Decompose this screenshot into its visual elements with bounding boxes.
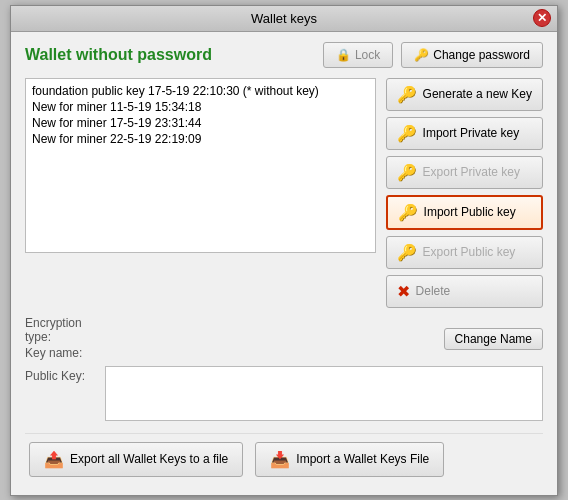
right-buttons: 🔑 Generate a new Key 🔑 Import Private ke… xyxy=(386,78,543,308)
details-area: Encryption type: Key name: Change Name P… xyxy=(25,316,543,421)
change-password-button[interactable]: 🔑 Change password xyxy=(401,42,543,68)
export-public-key-button[interactable]: 🔑 Export Public key xyxy=(386,236,543,269)
wallet-keys-window: Wallet keys ✕ Wallet without password 🔒 … xyxy=(10,5,558,496)
list-item[interactable]: New for miner 17-5-19 23:31:44 xyxy=(30,115,371,131)
password-icon: 🔑 xyxy=(414,48,429,62)
delete-button[interactable]: ✖ Delete xyxy=(386,275,543,308)
change-name-button[interactable]: Change Name xyxy=(444,328,543,350)
export-wallet-icon: 📤 xyxy=(44,450,64,469)
list-item[interactable]: New for miner 22-5-19 22:19:09 xyxy=(30,131,371,147)
import-file-button[interactable]: 📥 Import a Wallet Keys File xyxy=(255,442,444,477)
import-wallet-icon: 📥 xyxy=(270,450,290,469)
details-labels: Encryption type: Key name: xyxy=(25,316,105,362)
export-private-key-button[interactable]: 🔑 Export Private key xyxy=(386,156,543,189)
import-private-icon: 🔑 xyxy=(397,124,417,143)
public-key-label: Public Key: xyxy=(25,366,105,421)
window-title: Wallet keys xyxy=(251,11,317,26)
top-buttons: 🔒 Lock 🔑 Change password xyxy=(323,42,543,68)
import-private-key-button[interactable]: 🔑 Import Private key xyxy=(386,117,543,150)
bottom-buttons: 📤 Export all Wallet Keys to a file 📥 Imp… xyxy=(25,433,543,485)
lock-icon: 🔒 xyxy=(336,48,351,62)
encryption-label: Encryption type: xyxy=(25,316,105,344)
main-area: foundation public key 17-5-19 22:10:30 (… xyxy=(25,78,543,308)
generate-key-button[interactable]: 🔑 Generate a new Key xyxy=(386,78,543,111)
export-public-icon: 🔑 xyxy=(397,243,417,262)
content-area: Wallet without password 🔒 Lock 🔑 Change … xyxy=(11,32,557,495)
wallet-title: Wallet without password xyxy=(25,46,212,64)
public-key-area: Public Key: xyxy=(25,366,543,421)
details-row-container: Encryption type: Key name: Change Name xyxy=(25,316,543,362)
list-item[interactable]: New for miner 11-5-19 15:34:18 xyxy=(30,99,371,115)
export-private-icon: 🔑 xyxy=(397,163,417,182)
title-bar: Wallet keys ✕ xyxy=(11,6,557,32)
import-public-icon: 🔑 xyxy=(398,203,418,222)
key-name-row: Key name: xyxy=(25,346,105,360)
import-public-key-button[interactable]: 🔑 Import Public key xyxy=(386,195,543,230)
key-list[interactable]: foundation public key 17-5-19 22:10:30 (… xyxy=(25,78,376,253)
close-button[interactable]: ✕ xyxy=(533,9,551,27)
list-item[interactable]: foundation public key 17-5-19 22:10:30 (… xyxy=(30,83,371,99)
key-list-panel: foundation public key 17-5-19 22:10:30 (… xyxy=(25,78,376,308)
generate-icon: 🔑 xyxy=(397,85,417,104)
lock-button[interactable]: 🔒 Lock xyxy=(323,42,393,68)
delete-icon: ✖ xyxy=(397,282,410,301)
encryption-row: Encryption type: xyxy=(25,316,105,344)
key-name-label: Key name: xyxy=(25,346,105,360)
export-all-button[interactable]: 📤 Export all Wallet Keys to a file xyxy=(29,442,243,477)
public-key-box xyxy=(105,366,543,421)
top-row: Wallet without password 🔒 Lock 🔑 Change … xyxy=(25,42,543,68)
